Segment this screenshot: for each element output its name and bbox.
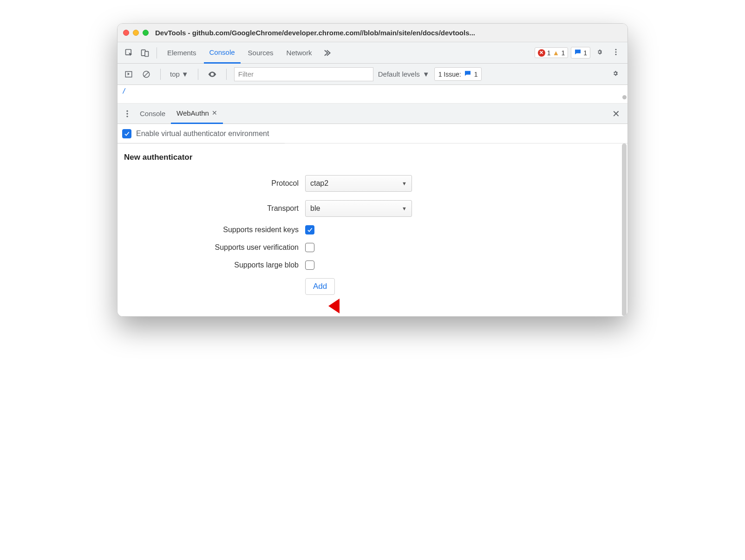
chevron-down-icon: ▼ [423, 70, 430, 78]
drawer-tab-label: WebAuthn [176, 109, 209, 117]
message-icon [574, 48, 582, 57]
chevron-down-icon: ▼ [402, 181, 407, 186]
context-value: top [170, 70, 180, 78]
scroll-thumb[interactable] [622, 143, 627, 316]
tab-console[interactable]: Console [204, 42, 241, 64]
large-blob-label: Supports large blob [124, 261, 305, 269]
transport-label: Transport [124, 204, 305, 213]
kebab-menu-icon[interactable] [609, 48, 623, 58]
eye-icon[interactable] [206, 68, 219, 81]
levels-label: Default levels [378, 70, 420, 78]
separator [157, 47, 157, 59]
console-toolbar: top ▼ Default levels ▼ 1 Issue: 1 [118, 64, 627, 85]
new-authenticator-panel: New authenticator Protocol ctap2 ▼ Trans… [118, 143, 627, 316]
enable-bar: Enable virtual authenticator environment [118, 124, 627, 143]
svg-point-4 [615, 51, 617, 52]
warning-icon: ▲ [553, 49, 560, 57]
scroll-thumb[interactable] [622, 95, 627, 99]
devtools-window: DevTools - github.com/GoogleChrome/devel… [117, 23, 628, 317]
tab-network[interactable]: Network [281, 42, 318, 64]
close-tab-icon[interactable]: ✕ [212, 109, 217, 117]
issues-label: 1 Issue: [438, 71, 461, 78]
add-button[interactable]: Add [305, 278, 335, 295]
large-blob-checkbox[interactable] [305, 260, 314, 270]
more-tabs-icon[interactable] [320, 46, 333, 60]
transport-select[interactable]: ble ▼ [305, 200, 412, 217]
user-verification-checkbox[interactable] [305, 243, 314, 252]
resident-keys-checkbox[interactable] [305, 225, 314, 234]
protocol-value: ctap2 [310, 179, 328, 188]
log-levels-selector[interactable]: Default levels ▼ [378, 70, 430, 78]
warning-count: 1 [561, 49, 565, 57]
protocol-label: Protocol [124, 179, 305, 188]
drawer-tabbar: Console WebAuthn ✕ ✕ [118, 104, 627, 124]
annotation-arrow-icon [327, 293, 364, 317]
user-verification-label: Supports user verification [124, 243, 305, 252]
toggle-sidebar-icon[interactable] [122, 68, 135, 81]
message-icon [464, 70, 471, 78]
svg-line-8 [144, 72, 149, 77]
tab-sources[interactable]: Sources [242, 42, 279, 64]
drawer-tab-webauthn[interactable]: WebAuthn ✕ [171, 104, 223, 124]
console-output: / [118, 85, 627, 104]
close-window-button[interactable] [123, 30, 129, 36]
separator [226, 69, 227, 80]
scrollbar[interactable] [622, 85, 627, 103]
status-badges: ✕ 1 ▲ 1 1 [535, 47, 590, 59]
console-settings-icon[interactable] [608, 69, 623, 80]
main-tabbar: Elements Console Sources Network ✕ 1 ▲ 1… [118, 42, 627, 64]
svg-point-10 [126, 113, 128, 114]
message-count: 1 [583, 49, 587, 57]
minimize-window-button[interactable] [133, 30, 139, 36]
issues-count: 1 [474, 71, 478, 78]
chevron-down-icon: ▼ [182, 70, 189, 78]
error-count: 1 [547, 49, 551, 57]
filter-input[interactable] [234, 67, 373, 81]
transport-value: ble [310, 204, 320, 213]
enable-virtual-auth-label: Enable virtual authenticator environment [136, 130, 269, 138]
svg-point-11 [126, 116, 128, 117]
drawer-tab-console[interactable]: Console [134, 104, 171, 124]
tab-elements[interactable]: Elements [162, 42, 202, 64]
error-warning-badge[interactable]: ✕ 1 ▲ 1 [535, 47, 568, 58]
resident-keys-label: Supports resident keys [124, 226, 305, 234]
error-icon: ✕ [538, 49, 545, 57]
chevron-down-icon: ▼ [402, 206, 407, 211]
enable-virtual-auth-checkbox[interactable] [122, 129, 131, 138]
device-toggle-icon[interactable] [138, 46, 152, 60]
svg-point-3 [615, 49, 617, 50]
svg-point-5 [615, 53, 617, 55]
close-drawer-icon[interactable]: ✕ [608, 108, 625, 119]
settings-icon[interactable] [592, 47, 607, 59]
separator [198, 69, 198, 80]
drawer-kebab-icon[interactable] [120, 107, 134, 121]
window-title: DevTools - github.com/GoogleChrome/devel… [155, 29, 622, 37]
clear-console-icon[interactable] [140, 68, 153, 81]
context-selector[interactable]: top ▼ [168, 70, 190, 78]
issues-button[interactable]: 1 Issue: 1 [434, 67, 482, 81]
panel-body-wrap: New authenticator Protocol ctap2 ▼ Trans… [118, 143, 627, 316]
panel-scrollbar[interactable] [621, 143, 627, 316]
maximize-window-button[interactable] [143, 30, 149, 36]
svg-point-9 [126, 110, 128, 111]
svg-rect-2 [145, 51, 149, 56]
separator [160, 69, 161, 80]
window-controls [123, 30, 149, 36]
panel-title: New authenticator [124, 153, 621, 162]
messages-badge[interactable]: 1 [571, 47, 590, 59]
titlebar: DevTools - github.com/GoogleChrome/devel… [118, 24, 627, 42]
inspect-element-icon[interactable] [122, 46, 136, 60]
protocol-select[interactable]: ctap2 ▼ [305, 175, 412, 192]
